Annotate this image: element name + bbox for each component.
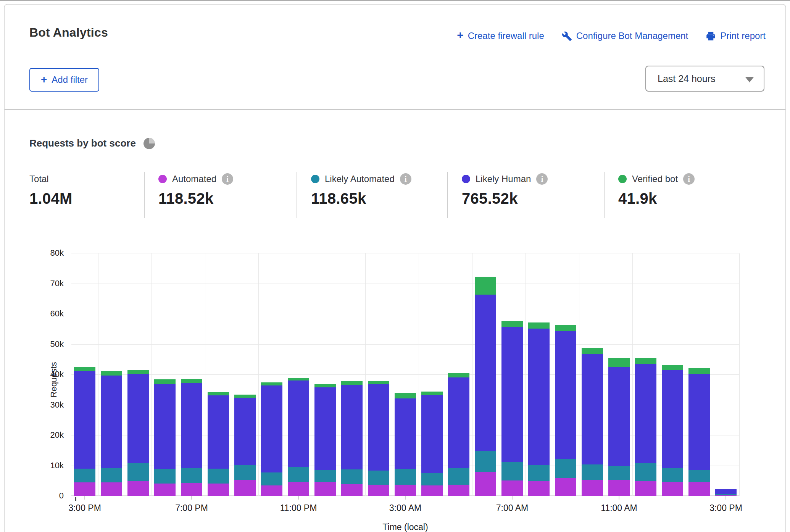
bar-9-00-am[interactable]: [555, 325, 576, 496]
bar-segment-likely-human: [288, 380, 309, 467]
bar-segment-likely-automated: [688, 470, 710, 482]
bar-12-00-pm[interactable]: [635, 358, 656, 496]
bar-segment-verified-bot: [448, 373, 469, 377]
bar-segment-likely-human: [127, 374, 149, 463]
bar-segment-automated: [154, 484, 176, 496]
add-filter-button[interactable]: + Add filter: [29, 68, 99, 92]
bar-6-00-pm[interactable]: [154, 379, 176, 496]
x-tick: [84, 496, 85, 500]
bar-3-00-pm[interactable]: [715, 489, 737, 496]
bar-segment-verified-bot: [234, 395, 256, 398]
bar-2-00-am[interactable]: [368, 381, 389, 496]
bar-segment-likely-automated: [635, 463, 656, 481]
bar-7-00-pm[interactable]: [181, 379, 202, 496]
y-tick-label: 80k: [29, 248, 64, 258]
bar-7-00-am[interactable]: [501, 321, 523, 496]
card-header: Bot Analytics +Create firewall ruleConfi…: [5, 5, 785, 110]
bar-segment-verified-bot: [688, 368, 710, 374]
bar-8-00-pm[interactable]: [208, 392, 229, 496]
bar-11-00-am[interactable]: [608, 358, 630, 496]
bar-segment-automated: [688, 482, 710, 496]
info-icon[interactable]: i: [683, 173, 695, 185]
v-gridline: [205, 253, 205, 496]
bar-segment-verified-bot: [127, 370, 149, 374]
bar-segment-likely-automated: [475, 451, 496, 472]
bar-6-00-am[interactable]: [475, 277, 496, 496]
bar-4-00-pm[interactable]: [101, 371, 122, 496]
stat-label: Verified bot: [632, 174, 678, 184]
bar-2-00-pm[interactable]: [688, 368, 710, 496]
info-icon[interactable]: i: [536, 173, 548, 185]
bar-5-00-am[interactable]: [448, 373, 469, 496]
bar-segment-verified-bot: [395, 393, 416, 398]
v-gridline: [258, 253, 259, 496]
legend-dot: [618, 175, 627, 183]
stat-value: 118.65k: [311, 190, 447, 207]
bar-segment-likely-automated: [582, 464, 603, 480]
info-icon[interactable]: i: [222, 173, 233, 185]
bar-segment-verified-bot: [261, 382, 282, 385]
bar-segment-likely-automated: [528, 465, 550, 481]
bar-segment-likely-human: [715, 489, 737, 495]
bar-segment-likely-automated: [501, 462, 523, 480]
x-tick-label: 7:00 PM: [157, 503, 226, 513]
bar-segment-verified-bot: [528, 322, 550, 329]
bar-segment-automated: [208, 484, 229, 496]
stat-label: Likely Human: [476, 174, 531, 184]
bar-3-00-am[interactable]: [395, 393, 416, 496]
bar-1-00-am[interactable]: [341, 381, 363, 496]
x-tick-label: 3:00 PM: [692, 503, 760, 513]
h-gridline: [71, 314, 739, 314]
action-print-report[interactable]: Print report: [706, 31, 766, 41]
bar-segment-likely-automated: [208, 469, 229, 484]
x-tick: [512, 496, 513, 500]
bar-segment-likely-human: [421, 395, 443, 474]
bar-10-00-pm[interactable]: [261, 382, 282, 496]
bar-10-00-am[interactable]: [582, 348, 603, 496]
v-gridline: [98, 253, 98, 496]
bar-segment-automated: [288, 482, 309, 496]
bar-segment-automated: [368, 485, 389, 496]
bar-segment-likely-human: [448, 377, 469, 468]
bar-segment-verified-bot: [555, 325, 576, 331]
bar-4-00-am[interactable]: [421, 392, 443, 496]
x-tick: [298, 496, 299, 500]
x-tick-label: 11:00 AM: [585, 503, 653, 513]
bar-1-00-pm[interactable]: [662, 365, 683, 496]
bar-segment-automated: [608, 480, 630, 496]
bar-segment-likely-human: [528, 329, 550, 465]
bar-segment-likely-automated: [234, 465, 256, 480]
stat-label: Likely Automated: [325, 174, 395, 184]
info-icon[interactable]: i: [400, 173, 411, 185]
bar-segment-verified-bot: [74, 367, 95, 371]
bar-5-00-pm[interactable]: [127, 370, 149, 496]
bar-segment-likely-automated: [314, 470, 336, 482]
bar-9-00-pm[interactable]: [234, 395, 256, 496]
bar-11-00-pm[interactable]: [288, 378, 309, 496]
stat-value: 765.52k: [462, 190, 604, 207]
bar-segment-likely-human: [74, 371, 95, 469]
bar-segment-likely-automated: [662, 468, 683, 482]
window-top-divider: [0, 0, 790, 1]
x-tick: [619, 496, 619, 500]
bar-segment-likely-human: [234, 398, 256, 465]
v-gridline: [739, 253, 740, 496]
action-create-firewall-rule[interactable]: +Create firewall rule: [457, 31, 544, 41]
v-gridline: [419, 253, 419, 496]
bar-12-00-am[interactable]: [314, 384, 336, 496]
bar-8-00-am[interactable]: [528, 322, 550, 496]
bar-segment-likely-human: [662, 370, 683, 468]
bar-segment-likely-human: [555, 331, 576, 459]
stat-label: Automated: [172, 174, 216, 184]
v-gridline: [152, 253, 152, 496]
y-tick-label: 0: [29, 491, 64, 501]
bar-3-00-pm[interactable]: [74, 367, 95, 496]
time-range-dropdown[interactable]: Last 24 hours: [645, 66, 764, 92]
bar-segment-verified-bot: [208, 392, 229, 396]
bar-segment-automated: [501, 480, 523, 496]
stat-verified-bot: Verified boti41.9k: [604, 172, 695, 218]
bar-segment-likely-automated: [608, 466, 630, 480]
plus-icon: +: [41, 75, 47, 84]
bar-segment-verified-bot: [501, 321, 523, 327]
action-configure-bot-management[interactable]: Configure Bot Management: [562, 31, 688, 41]
